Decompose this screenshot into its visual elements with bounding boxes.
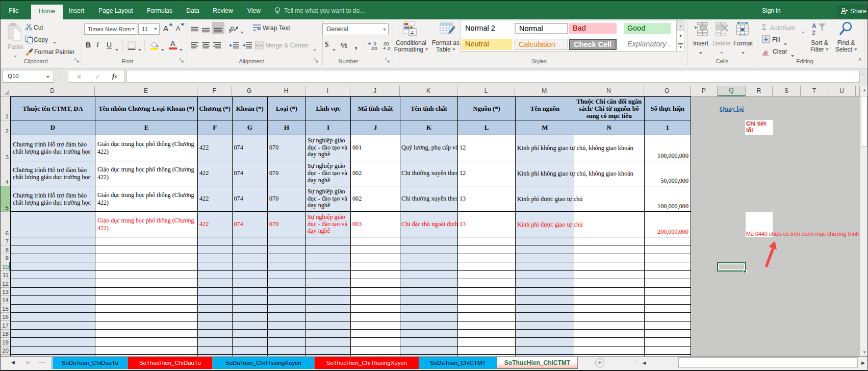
svg-text:≠: ≠ — [411, 29, 414, 36]
svg-text:.00: .00 — [371, 46, 377, 51]
svg-text:.0: .0 — [387, 46, 391, 51]
svg-text:Z: Z — [812, 30, 815, 37]
svg-text:A: A — [812, 22, 816, 30]
svg-text:ab: ab — [229, 24, 236, 33]
